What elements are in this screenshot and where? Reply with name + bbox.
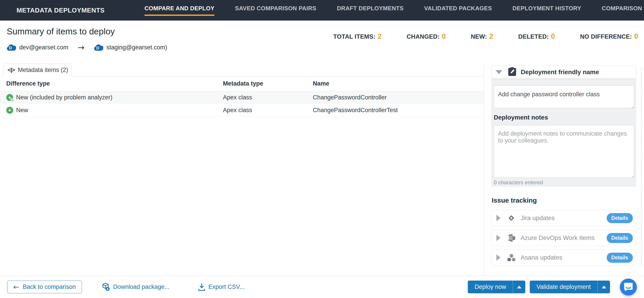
source-org: D dev@gearset.com <box>7 44 68 51</box>
primary-nav: COMPARE AND DEPLOY SAVED COMPARISON PAIR… <box>144 0 644 20</box>
issue-tracking-title: Issue tracking <box>492 197 537 204</box>
code-icon: <|> <box>8 67 15 73</box>
stat-new: NEW:2 <box>471 32 493 40</box>
validate-deployment-split-button: Validate deployment <box>530 281 610 293</box>
back-to-comparison-button[interactable]: ← Back to comparison <box>7 281 82 293</box>
org-pair: D dev@gearset.com → D staging@gearset.co… <box>7 43 167 52</box>
salesforce-cloud-icon: D <box>7 44 16 51</box>
nav-deployment-history[interactable]: DEPLOYMENT HISTORY <box>512 0 581 20</box>
app-title: METADATA DEPLOYMENTS <box>16 7 105 14</box>
deployment-notes-label: Deployment notes <box>494 114 548 121</box>
nav-validated-packages[interactable]: VALIDATED PACKAGES <box>424 0 492 20</box>
download-icon <box>198 283 205 291</box>
difference-type-value: New <box>16 107 28 114</box>
nav-compare-and-deploy[interactable]: COMPARE AND DEPLOY <box>144 0 214 20</box>
asana-icon <box>507 253 516 262</box>
column-difference-type: Difference type <box>0 80 217 87</box>
svg-text:D: D <box>96 46 99 50</box>
caret-up-icon <box>517 286 522 289</box>
stat-deleted: DELETED:0 <box>518 32 555 40</box>
svg-text:D: D <box>9 46 12 50</box>
character-counter: 0 characters entered <box>494 179 543 186</box>
clipboard-pencil-icon <box>508 67 516 77</box>
nav-saved-comparison-pairs[interactable]: SAVED COMPARISON PAIRS <box>235 0 316 20</box>
issue-card-jira: Jira updates Details <box>491 210 636 226</box>
difference-type-value: New (included by problem analyzer) <box>16 94 112 101</box>
download-package-button[interactable]: Download package... <box>102 283 170 292</box>
page-title: Summary of items to deploy <box>7 26 115 36</box>
deploy-now-button[interactable]: Deploy now <box>468 281 513 293</box>
stat-changed: CHANGED:0 <box>406 32 446 40</box>
summary-header: Summary of items to deploy TOTAL ITEMS:2… <box>0 20 644 64</box>
metadata-items-pane: <|> Metadata items (2) Difference type M… <box>0 64 484 276</box>
azure-details-button[interactable]: Details <box>607 233 633 243</box>
validate-deployment-button[interactable]: Validate deployment <box>530 281 598 293</box>
new-with-analyzer-icon: + ⚙ <box>6 94 13 101</box>
validate-deployment-caret-button[interactable] <box>598 281 610 293</box>
deployment-details-section: Add change password controller class Dep… <box>491 79 636 187</box>
table-row[interactable]: + ⚙ New (included by problem analyzer) A… <box>0 91 484 104</box>
tab-row: <|> Metadata items (2) <box>0 64 484 76</box>
item-name-value: ChangePasswordControllerTest <box>306 107 484 114</box>
tab-metadata-items[interactable]: <|> Metadata items (2) <box>3 63 72 76</box>
chat-icon <box>624 282 633 292</box>
nav-draft-deployments[interactable]: DRAFT DEPLOYMENTS <box>337 0 404 20</box>
expand-triangle-icon[interactable] <box>496 235 500 241</box>
azure-devops-icon <box>507 233 516 243</box>
source-org-label: dev@gearset.com <box>19 44 68 51</box>
friendly-name-input[interactable]: Add change password controller class <box>494 85 634 108</box>
issue-label: Asana updates <box>520 254 607 261</box>
summary-stats: TOTAL ITEMS:2 CHANGED:0 NEW:2 DELETED:0 … <box>308 32 638 40</box>
asana-details-button[interactable]: Details <box>607 253 633 263</box>
column-metadata-type: Metadata type <box>217 80 306 87</box>
arrow-right-icon: → <box>78 43 84 52</box>
expand-triangle-icon[interactable] <box>496 255 500 261</box>
salesforce-cloud-icon: D <box>94 44 103 51</box>
metadata-type-value: Apex class <box>217 94 306 101</box>
issue-card-azure-devops: Azure DevOps Work Items Details <box>491 230 636 246</box>
export-csv-button[interactable]: Export CSV... <box>198 283 244 291</box>
issue-label: Azure DevOps Work Items <box>520 234 607 242</box>
deploy-now-split-button: Deploy now <box>468 281 525 293</box>
jira-details-button[interactable]: Details <box>607 213 633 223</box>
friendly-name-title: Deployment friendly name <box>521 69 599 76</box>
issue-card-asana: Asana updates Details <box>491 250 636 266</box>
table-header-row: Difference type Metadata type Name <box>0 76 484 91</box>
deployment-side-panel: Deployment friendly name Add change pass… <box>491 64 636 276</box>
metadata-type-value: Apex class <box>217 107 306 114</box>
deploy-now-caret-button[interactable] <box>513 281 525 293</box>
package-icon <box>102 283 110 292</box>
item-name-value: ChangePasswordController <box>306 94 484 101</box>
friendly-name-card-header[interactable]: Deployment friendly name <box>491 65 636 79</box>
chat-widget-button[interactable] <box>620 279 637 296</box>
target-org-label: staging@gearset.com) <box>106 44 167 51</box>
jira-icon <box>507 213 516 223</box>
arrow-left-icon: ← <box>13 283 19 291</box>
nav-comparison-history[interactable]: COMPARISON HISTORY <box>602 0 644 20</box>
table-row[interactable]: + New Apex class ChangePasswordControlle… <box>0 104 484 117</box>
caret-up-icon <box>602 286 606 289</box>
scrollbar-indicator[interactable] <box>641 67 642 265</box>
action-footer: ← Back to comparison Download package...… <box>0 276 644 298</box>
chevron-down-icon[interactable] <box>496 70 502 74</box>
deployment-notes-input[interactable] <box>494 125 634 178</box>
top-navigation-bar: METADATA DEPLOYMENTS COMPARE AND DEPLOY … <box>0 0 644 20</box>
issue-label: Jira updates <box>520 215 607 222</box>
new-icon: + <box>6 107 13 114</box>
stat-no-difference: NO DIFFERENCE:0 <box>580 32 638 40</box>
target-org: D staging@gearset.com) <box>94 44 167 51</box>
expand-triangle-icon[interactable] <box>496 215 500 221</box>
column-name: Name <box>306 80 484 87</box>
stat-total-items: TOTAL ITEMS:2 <box>333 32 382 40</box>
